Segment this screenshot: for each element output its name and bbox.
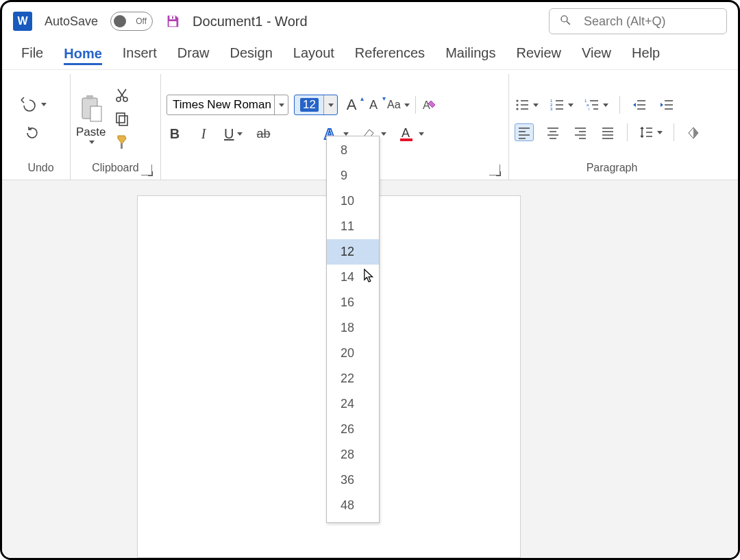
- svg-point-18: [516, 99, 518, 101]
- svg-rect-10: [116, 113, 125, 123]
- font-size-option[interactable]: 20: [327, 341, 379, 366]
- justify-button[interactable]: [600, 123, 616, 141]
- font-size-option[interactable]: 14: [327, 265, 379, 290]
- svg-line-4: [567, 21, 570, 25]
- align-left-button[interactable]: [515, 123, 534, 141]
- font-size-option[interactable]: 12: [327, 239, 379, 265]
- tab-design[interactable]: Design: [230, 45, 273, 65]
- font-color-button[interactable]: A: [399, 125, 424, 143]
- italic-button[interactable]: I: [195, 125, 212, 143]
- bullets-button[interactable]: [515, 96, 539, 114]
- group-clipboard-label: Clipboard: [76, 162, 155, 177]
- svg-point-19: [516, 104, 518, 106]
- change-case-button[interactable]: Aa: [387, 96, 410, 114]
- chevron-down-icon: [328, 104, 334, 107]
- copy-button[interactable]: [114, 110, 130, 127]
- font-size-value: 12: [300, 98, 319, 112]
- format-painter-button[interactable]: [114, 133, 130, 151]
- grow-font-button[interactable]: A▴: [343, 96, 360, 114]
- tab-view[interactable]: View: [582, 45, 611, 65]
- svg-rect-17: [400, 138, 412, 141]
- dialog-launcher-icon[interactable]: [141, 165, 152, 175]
- chevron-down-icon: [89, 141, 95, 144]
- dialog-launcher-icon[interactable]: [489, 165, 500, 175]
- search-input[interactable]: [582, 14, 699, 29]
- chevron-down-icon: [657, 131, 663, 134]
- chevron-down-icon: [533, 104, 539, 107]
- autosave-state: Off: [136, 16, 147, 26]
- chevron-down-icon: [237, 132, 243, 136]
- redo-button[interactable]: [23, 124, 41, 142]
- word-app-icon: W: [13, 12, 32, 31]
- font-size-option[interactable]: 24: [327, 391, 379, 417]
- chevron-down-icon: [343, 132, 349, 136]
- shading-button[interactable]: [685, 123, 702, 141]
- group-paragraph: 123 1ai: [509, 74, 715, 180]
- bold-button[interactable]: B: [166, 125, 183, 143]
- font-size-option[interactable]: 22: [327, 366, 379, 391]
- font-size-option[interactable]: 26: [327, 417, 379, 442]
- chevron-down-icon: [41, 103, 47, 106]
- autosave-knob: [114, 15, 126, 27]
- svg-rect-2: [169, 21, 177, 26]
- svg-point-20: [516, 108, 518, 110]
- decrease-indent-button[interactable]: [631, 96, 648, 114]
- group-undo: Undo: [12, 74, 71, 180]
- group-undo-label: Undo: [17, 162, 64, 177]
- align-right-button[interactable]: [572, 123, 589, 141]
- font-size-option[interactable]: 48: [327, 493, 379, 518]
- numbering-button[interactable]: 123: [550, 96, 574, 114]
- svg-rect-1: [172, 16, 173, 19]
- svg-rect-11: [119, 116, 127, 125]
- font-name-combo[interactable]: Times New Roman: [166, 95, 288, 115]
- title-bar: W AutoSave Off Document1 - Word: [2, 2, 738, 40]
- ribbon-tabs: File Home Insert Draw Design Layout Refe…: [2, 40, 738, 69]
- tab-review[interactable]: Review: [516, 45, 561, 65]
- align-center-button[interactable]: [545, 123, 561, 141]
- tab-insert[interactable]: Insert: [123, 45, 157, 65]
- autosave-toggle[interactable]: Off: [110, 12, 153, 31]
- tab-mailings[interactable]: Mailings: [445, 45, 495, 65]
- chevron-down-icon: [381, 132, 386, 136]
- tab-file[interactable]: File: [21, 45, 43, 65]
- svg-rect-7: [90, 106, 101, 121]
- font-size-dropdown[interactable]: 8 9 10 11 12 14 16 18 20 22 24 26 28 36 …: [326, 136, 380, 523]
- autosave-label: AutoSave: [45, 14, 98, 29]
- search-icon: [559, 14, 571, 29]
- font-size-option[interactable]: 11: [327, 214, 379, 239]
- tab-help[interactable]: Help: [632, 45, 660, 65]
- increase-indent-button[interactable]: [658, 96, 675, 114]
- search-box[interactable]: [549, 8, 727, 34]
- tab-draw[interactable]: Draw: [177, 45, 210, 65]
- paste-button[interactable]: Paste: [76, 94, 106, 144]
- group-clipboard: Paste Clipboard: [71, 74, 161, 180]
- multilevel-list-button[interactable]: 1ai: [584, 96, 608, 114]
- font-size-option[interactable]: 16: [327, 290, 379, 315]
- font-name-value: Times New Roman: [173, 98, 274, 112]
- tab-layout[interactable]: Layout: [293, 45, 334, 65]
- save-icon[interactable]: [165, 14, 180, 29]
- chevron-down-icon: [404, 104, 410, 107]
- svg-text:i: i: [589, 107, 589, 111]
- font-size-option[interactable]: 28: [327, 442, 379, 467]
- underline-button[interactable]: U: [224, 125, 243, 143]
- font-size-option[interactable]: 8: [327, 138, 379, 163]
- svg-text:A: A: [423, 99, 430, 111]
- clear-formatting-button[interactable]: A: [421, 96, 438, 114]
- shrink-font-button[interactable]: A▾: [365, 96, 382, 114]
- cut-button[interactable]: [114, 86, 130, 104]
- strikethrough-button[interactable]: ab: [255, 125, 271, 143]
- undo-button[interactable]: [17, 95, 47, 113]
- line-spacing-button[interactable]: [639, 123, 663, 141]
- font-size-option[interactable]: 9: [327, 163, 379, 188]
- font-size-option[interactable]: 18: [327, 315, 379, 341]
- chevron-down-icon: [568, 104, 574, 107]
- svg-point-3: [561, 16, 567, 22]
- tab-home[interactable]: Home: [64, 46, 102, 66]
- svg-rect-6: [86, 95, 93, 99]
- font-size-option[interactable]: 36: [327, 467, 379, 493]
- tab-references[interactable]: References: [355, 45, 425, 65]
- font-size-combo[interactable]: 12: [294, 95, 338, 115]
- font-size-option[interactable]: 10: [327, 188, 379, 214]
- svg-rect-12: [121, 143, 123, 149]
